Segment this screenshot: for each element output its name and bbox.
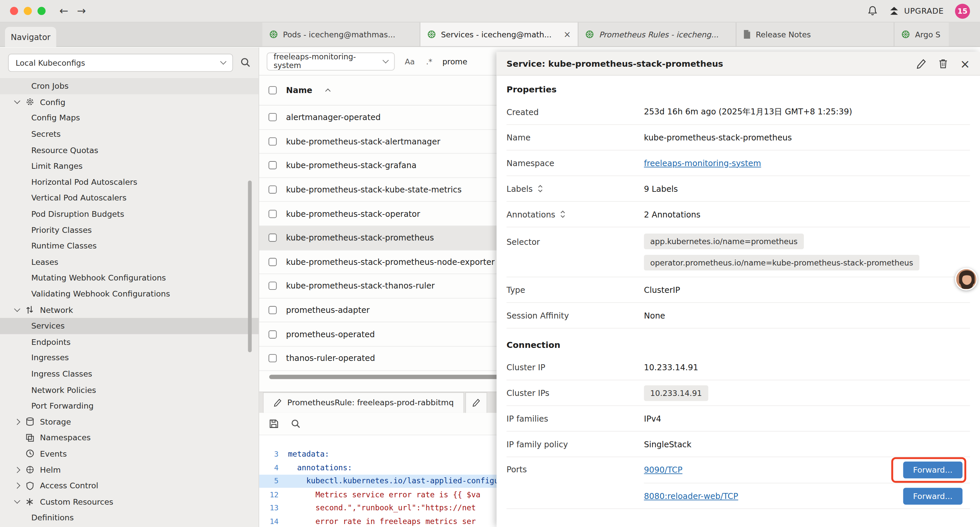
- sidebar-item-limit-ranges[interactable]: Limit Ranges: [0, 158, 259, 174]
- row-checkbox[interactable]: [269, 354, 277, 362]
- sidebar-search-icon[interactable]: [240, 57, 250, 67]
- sidebar-item-label: Config: [40, 97, 65, 107]
- row-checkbox[interactable]: [269, 234, 277, 242]
- row-checkbox[interactable]: [269, 258, 277, 266]
- row-checkbox[interactable]: [269, 161, 277, 169]
- sidebar-item-ingresses[interactable]: Ingresses: [0, 350, 259, 366]
- match-case-toggle[interactable]: Aa: [404, 56, 416, 67]
- port-link[interactable]: 8080:reloader-web/TCP: [644, 491, 738, 501]
- user-avatar[interactable]: [955, 268, 977, 290]
- zoom-window-button[interactable]: [37, 7, 45, 15]
- helm-icon: [24, 465, 35, 474]
- sidebar-item-horizontal-pod-autoscalers[interactable]: Horizontal Pod Autoscalers: [0, 174, 259, 190]
- sidebar-item-config[interactable]: Config: [0, 94, 259, 110]
- kubeconfig-selector[interactable]: Local Kubeconfigs: [8, 53, 233, 72]
- service-name: kube-prometheus-stack-grafana: [286, 161, 417, 170]
- row-checkbox[interactable]: [269, 185, 277, 193]
- port-link[interactable]: 9090/TCP: [644, 465, 682, 474]
- name-column-header[interactable]: Name: [286, 86, 313, 95]
- service-name: prometheus-adapter: [286, 306, 370, 315]
- upgrade-button[interactable]: UPGRADE: [889, 6, 944, 16]
- tab-argo[interactable]: Argo S: [894, 22, 949, 46]
- sidebar-item-events[interactable]: Events: [0, 446, 259, 462]
- row-checkbox[interactable]: [269, 137, 277, 145]
- notifications-bell-icon[interactable]: [867, 6, 877, 16]
- sidebar-item-namespaces[interactable]: Namespaces: [0, 430, 259, 446]
- forward-button-wrap: Forward...: [903, 462, 963, 479]
- sort-ascending-icon[interactable]: [325, 88, 331, 94]
- sidebar-item-priority-classes[interactable]: Priority Classes: [0, 222, 259, 238]
- save-icon[interactable]: [269, 419, 278, 428]
- service-detail-panel: Service: kube-prometheus-stack-prometheu…: [497, 52, 980, 527]
- sidebar-item-vertical-pod-autoscalers[interactable]: Vertical Pod Autoscalers: [0, 190, 259, 206]
- sidebar-item-mutating-webhook-configurations[interactable]: Mutating Webhook Configurations: [0, 270, 259, 286]
- pencil-icon: [473, 399, 480, 407]
- close-tab-icon[interactable]: ×: [563, 29, 571, 39]
- row-value[interactable]: 2 Annotations: [644, 209, 700, 219]
- titlebar: ← → UPGRADE 15: [0, 0, 980, 22]
- regex-toggle[interactable]: .*: [425, 56, 433, 67]
- search-input[interactable]: prome: [442, 56, 467, 66]
- sidebar-item-port-forwarding[interactable]: Port Forwarding: [0, 398, 259, 414]
- row-checkbox[interactable]: [269, 210, 277, 218]
- sidebar-item-resource-quotas[interactable]: Resource Quotas: [0, 142, 259, 158]
- sidebar-item-cron-jobs[interactable]: Cron Jobs: [0, 78, 259, 94]
- sidebar-item-label: Network: [40, 305, 73, 315]
- sidebar-item-definitions[interactable]: Definitions: [0, 509, 259, 525]
- sidebar-item-services[interactable]: Services: [0, 318, 259, 334]
- expand-collapse-icon[interactable]: [537, 184, 543, 193]
- select-all-checkbox[interactable]: [269, 86, 277, 94]
- sidebar-item-config-maps[interactable]: Config Maps: [0, 110, 259, 126]
- edit-pencil-icon[interactable]: [916, 58, 926, 68]
- notification-count-badge[interactable]: 15: [955, 3, 970, 18]
- sidebar-item-pod-disruption-budgets[interactable]: Pod Disruption Budgets: [0, 206, 259, 222]
- dock-tab-label: PrometheusRule: freeleaps-prod-rabbitmq: [287, 398, 453, 407]
- forward-button[interactable]: →: [77, 6, 86, 16]
- row-checkbox[interactable]: [269, 113, 277, 121]
- sidebar-item-helm[interactable]: Helm: [0, 462, 259, 478]
- expand-collapse-icon[interactable]: [560, 210, 566, 218]
- sidebar-item-access-control[interactable]: Access Control: [0, 478, 259, 494]
- line-text: error rate in freeleaps metrics ser: [288, 517, 476, 525]
- line-number: 5: [259, 477, 288, 485]
- sidebar-item-endpoints[interactable]: Endpoints: [0, 334, 259, 350]
- upgrade-icon: [889, 6, 899, 16]
- row-checkbox[interactable]: [269, 282, 277, 290]
- minimize-window-button[interactable]: [24, 7, 32, 15]
- tab-pods[interactable]: Pods - icecheng@mathmas...: [262, 22, 420, 46]
- sidebar-item-ingress-classes[interactable]: Ingress Classes: [0, 366, 259, 382]
- forward-button[interactable]: Forward...: [903, 487, 963, 504]
- close-window-button[interactable]: [10, 7, 18, 15]
- sidebar-item-secrets[interactable]: Secrets: [0, 126, 259, 142]
- row-value[interactable]: 9 Labels: [644, 184, 678, 193]
- namespace-selector[interactable]: freeleaps-monitoring-system: [267, 52, 395, 70]
- namespace-link[interactable]: freeleaps-monitoring-system: [644, 158, 761, 168]
- sidebar-item-leases[interactable]: Leases: [0, 254, 259, 270]
- sidebar-item-storage[interactable]: Storage: [0, 414, 259, 430]
- back-button[interactable]: ←: [59, 6, 68, 16]
- row-value: 10.233.14.91: [644, 363, 698, 372]
- delete-trash-icon[interactable]: [939, 58, 948, 68]
- service-name: kube-prometheus-stack-alertmanager: [286, 137, 440, 146]
- sidebar-item-runtime-classes[interactable]: Runtime Classes: [0, 238, 259, 254]
- navigator-tab[interactable]: Navigator: [5, 27, 56, 47]
- sidebar-item-network-policies[interactable]: Network Policies: [0, 382, 259, 398]
- pencil-icon: [274, 399, 282, 407]
- tab-label: Prometheus Rules - icecheng...: [599, 30, 729, 39]
- dock-tab-partial[interactable]: [466, 392, 488, 412]
- close-icon[interactable]: ×: [960, 56, 970, 70]
- sidebar-item-label: Vertical Pod Autoscalers: [31, 193, 127, 202]
- dock-tab-prometheusrule[interactable]: PrometheusRule: freeleaps-prod-rabbitmq: [263, 392, 464, 412]
- sidebar-scrollbar[interactable]: [248, 180, 251, 352]
- tab-services[interactable]: Services - icecheng@math... ×: [420, 22, 578, 46]
- detail-row-cluster-ips: Cluster IPs 10.233.14.91: [507, 380, 970, 406]
- forward-button[interactable]: Forward...: [903, 462, 963, 479]
- row-checkbox[interactable]: [269, 306, 277, 314]
- sidebar-item-custom-resources[interactable]: Custom Resources: [0, 494, 259, 509]
- sidebar-item-validating-webhook-configurations[interactable]: Validating Webhook Configurations: [0, 286, 259, 302]
- tab-prometheus-rules[interactable]: Prometheus Rules - icecheng...: [578, 22, 737, 46]
- sidebar-item-network[interactable]: Network: [0, 302, 259, 318]
- row-checkbox[interactable]: [269, 330, 277, 338]
- editor-search-icon[interactable]: [291, 419, 301, 428]
- tab-release-notes[interactable]: Release Notes: [737, 22, 895, 46]
